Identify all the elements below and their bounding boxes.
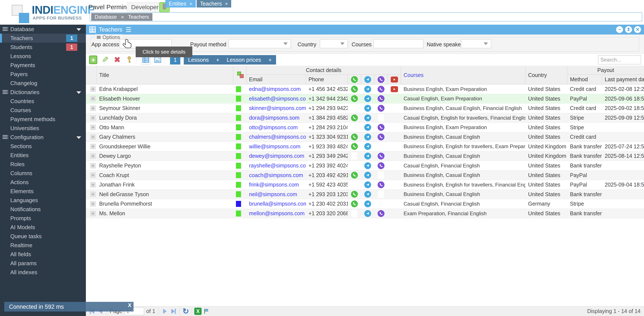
email-link[interactable]: dora@simpsons.som [249,115,300,121]
sidebar-item-dictionaries[interactable]: Dictionaries [0,88,86,97]
row-expander-button[interactable]: + [90,125,96,130]
row-expander-button[interactable]: + [90,211,96,216]
sidebar-item-sections[interactable]: Sections [0,142,86,151]
email-link[interactable]: skinner@simpsons.com [249,105,306,111]
row-expander-button[interactable]: + [90,153,96,159]
subtab-lesson-prices[interactable]: Lesson prices [227,57,261,63]
table-row[interactable]: +Ms. Mellonmellon@simpsons.com+1 203 320… [86,209,644,218]
row-expander-button[interactable]: + [90,182,96,188]
sidebar-item-payment-methods[interactable]: Payment methods [0,115,86,124]
email-link[interactable]: edna@simpsons.com [249,86,301,92]
delete-record-button[interactable]: ✖ [112,55,122,65]
header-telegram[interactable] [361,75,374,84]
row-expander-button[interactable]: + [90,144,96,149]
close-button[interactable]: ✕ [634,26,641,33]
row-expander-button[interactable]: + [90,106,96,111]
row-expander-button[interactable]: + [90,163,96,168]
sidebar-item-elements[interactable]: Elements [0,187,86,196]
panel-menu-icon[interactable]: ☰ [126,26,132,33]
header-method[interactable]: Method [567,75,602,84]
header-viber[interactable] [374,75,388,84]
native-speaker-select[interactable] [461,39,491,48]
role-button[interactable]: Developer [127,2,163,12]
sidebar-item-lessons[interactable]: Lessons [0,52,86,61]
header-phone[interactable]: Phone [306,75,348,84]
minimize-button[interactable]: − [616,26,623,33]
toast-close-icon[interactable]: X [128,302,132,308]
sidebar-item-countries[interactable]: Countries [0,97,86,106]
sidebar-item-actions[interactable]: Actions [0,178,86,187]
close-tab-icon[interactable]: × [189,1,192,7]
flag-button[interactable] [202,307,211,316]
table-row[interactable]: +Dewey Largodewey@simpsons.com+1 293 349… [86,151,644,161]
sidebar-item-notifications[interactable]: Notifications [0,205,86,214]
export-excel-button[interactable]: X [194,307,202,316]
sidebar-item-database[interactable]: Database [0,25,86,34]
header-youtube[interactable] [388,75,401,84]
row-expander-button[interactable]: + [90,191,96,197]
table-row[interactable]: +Neil deGrasse Tysonneil@simpsons.com+1 … [86,190,644,199]
chevron-down-icon[interactable] [76,28,81,31]
email-link[interactable]: willie@simpsons.com [249,144,300,150]
table-row[interactable]: +Otto Mannotto@simpsons.com+1 284 293 21… [86,123,644,132]
email-link[interactable]: brunella@simpsons.com [249,201,306,207]
sidebar-item-all-params[interactable]: All params [0,259,86,268]
header-courses[interactable]: Courses [401,66,526,84]
row-expander-button[interactable]: + [90,86,96,92]
add-lesson-prices-button[interactable]: + [268,57,272,63]
sidebar-item-entities[interactable]: Entities [0,151,86,160]
row-expander-button[interactable]: + [90,96,96,101]
table-row[interactable]: +Lunchlady Doradora@simpsons.som+1 384 2… [86,113,644,123]
tab-teachers[interactable]: Teachers× [197,0,231,7]
sidebar-item-all-fields[interactable]: All fields [0,250,86,259]
sidebar-item-configuration[interactable]: Configuration [0,133,86,142]
email-link[interactable]: neil@simpsons.com [249,191,297,197]
email-link[interactable]: rayshelle@simpsons.com [249,162,306,169]
table-row[interactable]: +Rayshelle Peytonrayshelle@simpsons.com+… [86,161,644,171]
sidebar-item-ai-models[interactable]: AI Models [0,223,86,232]
tab-entities[interactable]: Entities× [165,0,196,7]
email-link[interactable]: coach@simpsons.com [249,172,303,178]
email-link[interactable]: otto@simpsons.com [249,124,298,131]
sidebar-item-courses[interactable]: Courses [0,106,86,115]
header-email[interactable]: Email [246,75,306,84]
refresh-button[interactable]: ↻ [182,307,190,316]
table-row[interactable]: +Jonathan Frinkfrink@simpsons.com+1 592 … [86,180,644,190]
header-title[interactable]: Title [96,66,233,84]
subtab-lessons[interactable]: Lessons [188,57,209,63]
maximize-button[interactable]: ⇕ [625,26,632,33]
table-row[interactable]: +Coach Kruptcoach@simpsons.com+1 203 492… [86,170,644,180]
email-link[interactable]: elisabeth@simpsons.com [249,96,306,102]
table-row[interactable]: +Edna Krabappeledna@simpsons.com+1 456 3… [86,84,644,94]
courses-input[interactable] [374,39,423,48]
chevron-down-icon[interactable] [76,136,81,139]
email-link[interactable]: chalmers@simpsons.com [249,134,306,140]
sidebar-item-languages[interactable]: Languages [0,196,86,205]
table-row[interactable]: +Elisabeth Hooverelisabeth@simpsons.com+… [86,94,644,104]
last-page-button[interactable] [169,307,178,316]
key-button[interactable] [124,55,134,65]
add-lessons-button[interactable]: + [216,57,220,63]
table-row[interactable]: +Brunella Pommelhorstbrunella@simpsons.c… [86,199,644,209]
row-expander-button[interactable]: + [90,115,96,121]
sidebar-item-changelog[interactable]: Changelog [0,79,86,88]
chevron-down-icon[interactable] [76,91,81,94]
sidebar-item-universities[interactable]: Universities [0,124,86,133]
sidebar-item-queue-tasks[interactable]: Queue tasks [0,232,86,241]
table-row[interactable]: +Gary Chalmerschalmers@simpsons.com+1 32… [86,132,644,142]
email-link[interactable]: mellon@simpsons.com [249,210,304,216]
close-tab-icon[interactable]: × [225,1,228,7]
row-expander-button[interactable]: + [90,201,96,207]
row-expander-button[interactable]: + [90,134,96,140]
sidebar-item-students[interactable]: Students1 [0,43,86,52]
next-page-button[interactable] [160,307,169,316]
sidebar-item-all-indexes[interactable]: All indexes [0,268,86,277]
sidebar-item-teachers[interactable]: Teachers1 [0,34,86,43]
header-whatsapp[interactable] [348,75,361,84]
edit-record-button[interactable]: ✎ [100,55,110,65]
header-last-payment-date[interactable]: Last payment date [602,75,644,84]
breadcrumb[interactable]: Database » Teachers [91,13,152,21]
email-link[interactable]: frink@simpsons.com [249,181,299,188]
header-country[interactable]: Country [526,66,567,84]
header-app-access[interactable] [233,66,246,84]
